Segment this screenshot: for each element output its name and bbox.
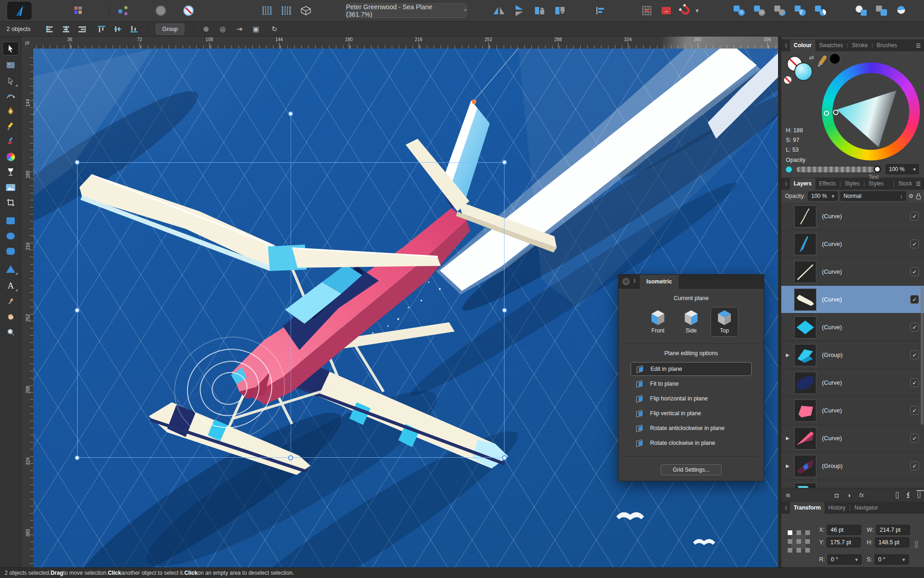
close-icon[interactable]: ✕ <box>622 278 630 285</box>
grid-edit-icon[interactable] <box>278 4 295 18</box>
tab-text-styles[interactable]: Text Styles <box>865 172 893 190</box>
plane-editing-option[interactable]: Edit in plane <box>631 362 752 376</box>
layer-visibility-checkbox[interactable]: ✓ <box>910 267 919 276</box>
plane-editing-option[interactable]: Flip vertical in plane <box>631 406 752 420</box>
node-tool[interactable] <box>2 74 19 88</box>
document-canvas[interactable]: ✕ ‖ Isometric Current plane Front Side T… <box>33 49 778 567</box>
align-right-icon[interactable] <box>76 24 88 34</box>
layer-row[interactable]: ▶ (Curve) ✓ <box>781 286 924 314</box>
layer-row[interactable]: ▶ (Curve) ✓ <box>781 480 924 488</box>
group-button[interactable]: Group <box>156 24 184 35</box>
colour-swatch-panel-icon[interactable] <box>70 4 87 18</box>
mask-layer-icon[interactable]: ◘ <box>835 492 839 499</box>
align-center-h-icon[interactable] <box>60 24 72 34</box>
cycle-selection-box-icon[interactable]: ↻ <box>268 24 281 34</box>
rectangle-tool[interactable] <box>2 214 19 228</box>
snapping-magnet-icon[interactable] <box>677 4 694 18</box>
layer-thumbnail[interactable] <box>794 427 816 449</box>
geometry-divide-circle-icon[interactable] <box>894 4 910 18</box>
tab-stroke[interactable]: Stroke <box>848 40 872 51</box>
point-transform-tool[interactable] <box>2 89 19 103</box>
layer-thumbnail[interactable] <box>794 483 816 488</box>
geometry-circle-square-icon[interactable] <box>853 4 869 18</box>
grid-plane-cube-icon[interactable] <box>298 4 314 18</box>
layer-visibility-checkbox[interactable]: ✓ <box>910 323 919 332</box>
no-effects-flower-icon[interactable] <box>180 4 197 18</box>
tab-swatches[interactable]: Swatches <box>815 40 847 51</box>
colour-marker[interactable] <box>833 110 839 115</box>
tab-layers[interactable]: Layers <box>790 178 815 190</box>
tab-brushes[interactable]: Brushes <box>873 40 901 51</box>
layer-row[interactable]: ▶ (Curve) ✓ <box>781 258 924 286</box>
rotate-clockwise-icon[interactable] <box>552 4 568 18</box>
vector-brush-tool[interactable] <box>2 135 19 148</box>
view-hand-tool[interactable] <box>2 310 19 324</box>
eyedropper-icon[interactable] <box>818 55 827 66</box>
plane-button-front[interactable]: Front <box>644 307 672 337</box>
layer-row[interactable]: ▶ (Curve) ✓ <box>781 230 924 258</box>
layer-row[interactable]: ▶ (Curve) ✓ <box>781 369 924 397</box>
align-left-icon[interactable] <box>44 24 56 34</box>
mirror-icon[interactable]: ⇥ <box>233 24 246 34</box>
y-field[interactable]: 175.7 pt <box>827 537 861 547</box>
expand-arrow-icon[interactable]: ▶ <box>786 352 790 357</box>
layer-thumbnail[interactable] <box>794 316 816 338</box>
layer-thumbnail[interactable] <box>794 233 816 255</box>
h-field[interactable]: 148.5 pt <box>875 537 909 547</box>
tab-history[interactable]: History <box>825 502 849 514</box>
grid-settings-button[interactable]: Grid Settings... <box>661 464 722 475</box>
vertical-ruler[interactable]: 144180216252288324360 <box>21 49 33 567</box>
transform-origin-icon[interactable]: ⊕ <box>200 24 213 34</box>
blend-options-gear-icon[interactable]: ⚙ <box>909 193 914 199</box>
tab-stock[interactable]: Stock <box>894 178 916 190</box>
layer-row[interactable]: ▶ (Group) ✓ <box>781 452 924 480</box>
artboard-tool[interactable]: + <box>2 58 19 72</box>
picked-colour-well[interactable] <box>829 53 840 64</box>
w-field[interactable]: 214.7 pt <box>876 525 910 535</box>
plane-editing-option[interactable]: Rotate anticlockwise in plane <box>631 421 752 435</box>
panel-grip-icon[interactable]: ‖ <box>781 181 790 190</box>
layer-row[interactable]: ▶ (Curve) ✓ <box>781 203 924 230</box>
plane-editing-option[interactable]: Flip horizontal in plane <box>631 392 752 406</box>
anchor-point-selector[interactable] <box>788 530 810 553</box>
show-selection-icon[interactable]: ◎ <box>216 24 229 34</box>
move-tool[interactable] <box>2 42 19 55</box>
layer-visibility-checkbox[interactable]: ✓ <box>910 378 919 387</box>
app-logo-icon[interactable] <box>7 2 31 19</box>
boolean-subtract-icon[interactable]: − <box>751 4 768 18</box>
lock-icon[interactable] <box>916 196 921 199</box>
adjustment-layer-icon[interactable]: ◑ <box>847 492 851 499</box>
layer-thumbnail[interactable] <box>794 400 816 422</box>
expand-arrow-icon[interactable]: ▶ <box>786 463 790 468</box>
align-bottom-icon[interactable] <box>128 24 140 34</box>
swap-fill-stroke-icon[interactable]: ⇄ <box>809 54 814 61</box>
tab-transform[interactable]: Transform <box>790 502 825 514</box>
plane-button-top[interactable]: Top <box>711 307 738 337</box>
layer-row[interactable]: ▶ (Curve) ✓ <box>781 314 924 341</box>
layer-thumbnail[interactable] <box>794 455 816 477</box>
tail-node-marker[interactable] <box>472 99 476 104</box>
triangle-shape-tool[interactable] <box>2 262 19 276</box>
ruler-units-label[interactable]: pt <box>21 37 33 49</box>
s-field[interactable]: 0 °▾ <box>875 554 909 565</box>
panel-menu-icon[interactable]: ☰ <box>916 43 924 51</box>
layer-thumbnail[interactable] <box>794 205 816 228</box>
artistic-text-tool[interactable]: A <box>2 279 19 293</box>
transparency-tool[interactable] <box>2 165 19 179</box>
layers-scrollbar[interactable] <box>921 286 924 425</box>
fx-icon[interactable]: fx <box>859 492 864 498</box>
isometric-panel-titlebar[interactable]: ✕ ‖ Isometric <box>619 275 764 289</box>
rotate-anticlockwise-icon[interactable] <box>531 4 548 18</box>
flip-horizontal-icon[interactable] <box>491 4 507 18</box>
horizontal-ruler[interactable]: 3672108144180216252288324360396 <box>33 37 778 49</box>
layer-row[interactable]: ▶ (Curve) ✓ <box>781 397 924 424</box>
selection-handle[interactable] <box>502 308 507 313</box>
checker-icon[interactable] <box>907 492 909 498</box>
tab-styles[interactable]: Styles <box>841 178 863 190</box>
selection-handle[interactable] <box>75 455 80 461</box>
layer-thumbnail[interactable] <box>794 261 816 283</box>
move-by-whole-pixels-icon[interactable]: → <box>658 4 675 18</box>
layer-visibility-checkbox[interactable]: ✓ <box>910 350 919 359</box>
boolean-add-icon[interactable]: + <box>731 4 748 18</box>
r-field[interactable]: 0 °▾ <box>827 554 862 565</box>
